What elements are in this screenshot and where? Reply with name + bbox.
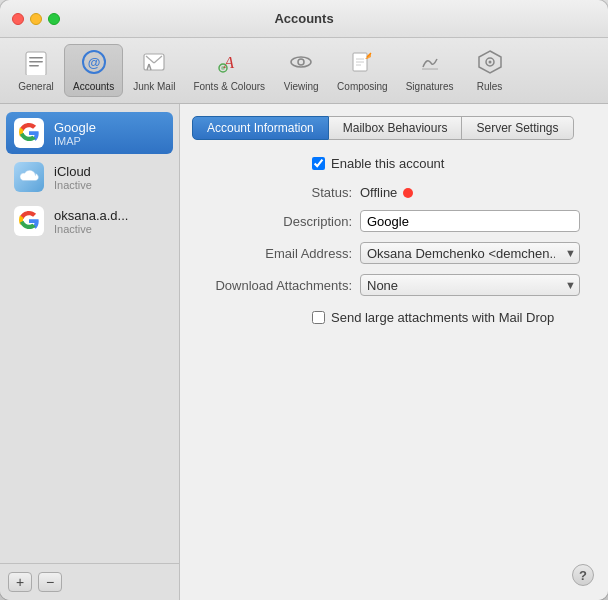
status-value: Offline [360, 185, 413, 200]
minimize-button[interactable] [30, 13, 42, 25]
svg-point-13 [221, 66, 225, 70]
viewing-icon [288, 49, 314, 79]
account-name-icloud: iCloud [54, 164, 92, 179]
content-area: Google IMAP iCloud Inactive [0, 104, 608, 600]
tab-server-settings[interactable]: Server Settings [462, 116, 573, 140]
enable-account-label[interactable]: Enable this account [331, 156, 444, 171]
description-input[interactable] [360, 210, 580, 232]
maximize-button[interactable] [48, 13, 60, 25]
download-attachments-select[interactable]: None [360, 274, 580, 296]
traffic-lights [12, 13, 60, 25]
toolbar-item-signatures[interactable]: Signatures [398, 45, 462, 96]
tabs: Account Information Mailbox Behaviours S… [192, 116, 596, 140]
toolbar-item-junk-mail[interactable]: Junk Mail [125, 45, 183, 96]
description-label: Description: [192, 214, 352, 229]
toolbar-label-general: General [18, 81, 54, 92]
email-address-row: Email Address: Oksana Demchenko <demchen… [192, 242, 596, 264]
main-panel: Account Information Mailbox Behaviours S… [180, 104, 608, 600]
account-info-oksana: oksana.a.d... Inactive [54, 208, 128, 235]
account-info-icloud: iCloud Inactive [54, 164, 92, 191]
signatures-icon [417, 49, 443, 79]
toolbar-label-composing: Composing [337, 81, 388, 92]
toolbar-label-signatures: Signatures [406, 81, 454, 92]
account-item-google[interactable]: Google IMAP [6, 112, 173, 154]
close-button[interactable] [12, 13, 24, 25]
help-button[interactable]: ? [572, 564, 594, 586]
download-attachments-select-wrapper: None ▼ [360, 274, 580, 296]
enable-account-checkbox[interactable] [312, 157, 325, 170]
svg-rect-3 [29, 65, 39, 67]
toolbar-label-accounts: Accounts [73, 81, 114, 92]
account-icon-google [14, 118, 44, 148]
account-item-oksana[interactable]: oksana.a.d... Inactive [6, 200, 173, 242]
account-status-icloud: Inactive [54, 179, 92, 191]
account-info-google: Google IMAP [54, 120, 96, 147]
account-status-oksana: Inactive [54, 223, 128, 235]
title-bar: Accounts [0, 0, 608, 38]
tab-mailbox-behaviours[interactable]: Mailbox Behaviours [329, 116, 463, 140]
toolbar-item-fonts-colors[interactable]: A Fonts & Colours [185, 45, 273, 96]
status-dot [403, 188, 413, 198]
toolbar-item-rules[interactable]: Rules [464, 45, 516, 96]
svg-text:@: @ [87, 55, 100, 70]
account-name-google: Google [54, 120, 96, 135]
email-address-select-wrapper: Oksana Demchenko <demchen... ▼ [360, 242, 580, 264]
fonts-colors-icon: A [216, 49, 242, 79]
toolbar-label-fonts-colors: Fonts & Colours [193, 81, 265, 92]
svg-point-25 [488, 61, 491, 64]
status-row: Status: Offline [192, 185, 596, 200]
toolbar-label-viewing: Viewing [284, 81, 319, 92]
toolbar-item-accounts[interactable]: @ Accounts [64, 44, 123, 97]
general-icon [23, 49, 49, 79]
mail-drop-label[interactable]: Send large attachments with Mail Drop [331, 310, 554, 325]
rules-icon [477, 49, 503, 79]
form-section: Enable this account Status: Offline Desc… [192, 156, 596, 325]
svg-rect-1 [29, 57, 43, 59]
accounts-icon: @ [81, 49, 107, 79]
email-address-select[interactable]: Oksana Demchenko <demchen... [360, 242, 580, 264]
toolbar-label-junk-mail: Junk Mail [133, 81, 175, 92]
account-icon-icloud [14, 162, 44, 192]
sidebar: Google IMAP iCloud Inactive [0, 104, 180, 600]
junk-mail-icon [141, 49, 167, 79]
window-title: Accounts [274, 11, 333, 26]
add-account-button[interactable]: + [8, 572, 32, 592]
remove-account-button[interactable]: − [38, 572, 62, 592]
mail-drop-checkbox[interactable] [312, 311, 325, 324]
tab-account-information[interactable]: Account Information [192, 116, 329, 140]
svg-point-15 [298, 59, 304, 65]
svg-rect-2 [29, 61, 43, 63]
toolbar-label-rules: Rules [477, 81, 503, 92]
toolbar-item-general[interactable]: General [10, 45, 62, 96]
toolbar-item-viewing[interactable]: Viewing [275, 45, 327, 96]
main-window: Accounts General @ Accou [0, 0, 608, 600]
account-status-google: IMAP [54, 135, 96, 147]
download-attachments-label: Download Attachments: [192, 278, 352, 293]
email-address-label: Email Address: [192, 246, 352, 261]
toolbar-item-composing[interactable]: Composing [329, 45, 396, 96]
status-label: Status: [192, 185, 352, 200]
download-attachments-row: Download Attachments: None ▼ [192, 274, 596, 296]
sidebar-controls: + − [0, 563, 179, 600]
account-name-oksana: oksana.a.d... [54, 208, 128, 223]
description-row: Description: [192, 210, 596, 232]
enable-account-row: Enable this account [312, 156, 596, 171]
toolbar: General @ Accounts [0, 38, 608, 104]
svg-rect-0 [26, 52, 46, 75]
account-list: Google IMAP iCloud Inactive [0, 104, 179, 563]
mail-drop-row: Send large attachments with Mail Drop [312, 310, 596, 325]
account-item-icloud[interactable]: iCloud Inactive [6, 156, 173, 198]
composing-icon [349, 49, 375, 79]
account-icon-oksana [14, 206, 44, 236]
